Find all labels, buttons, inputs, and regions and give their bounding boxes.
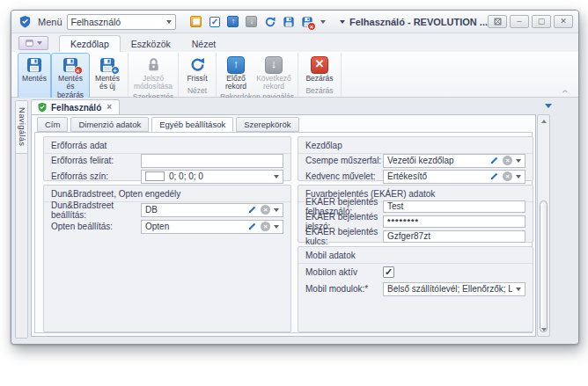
edit-pencil-icon[interactable] (247, 222, 257, 231)
ribbon-group-mentes: Mentés × Mentés és bezárás + Mentés és ú… (15, 53, 129, 97)
chevron-down-icon[interactable] (516, 175, 521, 178)
ekaer-felhasznalo-input[interactable]: Test (383, 200, 526, 213)
save-and-close-button[interactable]: × Mentés és bezárás (51, 53, 90, 100)
menu-search-combo[interactable]: Felhasználó (67, 14, 176, 30)
group-ekaer: Fuvarbejelentés (EKÁER) adatok EKÁER bej… (298, 185, 533, 243)
edit-pencil-icon[interactable] (489, 171, 499, 181)
field-label: Mobilon aktív (305, 267, 383, 277)
close-button[interactable]: ✕ (554, 15, 573, 28)
clear-icon[interactable]: × (503, 171, 512, 181)
clear-icon[interactable]: × (261, 222, 270, 231)
ribbon-group-bezaras: ✕ Bezárás Bezárás (298, 53, 342, 97)
edit-pencil-icon[interactable] (247, 205, 257, 215)
ribbon-group-nezet: Frissít Nézet (179, 53, 217, 97)
field-label: Erőforrás felirat: (51, 156, 141, 165)
group-title: Mobil adatok (298, 247, 533, 264)
document-tab-felhasznalo[interactable]: Felhasználó × (31, 99, 120, 114)
form-tab-bar: Cím Dimenzió adatok Egyéb beállítások Sz… (37, 118, 302, 132)
close-form-button[interactable]: ✕ Bezárás (301, 53, 338, 86)
save-icon[interactable] (282, 15, 296, 29)
group-title: Kezdőlap (298, 137, 533, 154)
field-label: Mobil modulok:* (305, 284, 383, 294)
previous-record-button[interactable]: ↑ Előző rekord (219, 53, 253, 92)
ribbon-group-label: Bezárás (301, 86, 338, 97)
document-card: Cím Dimenzió adatok Egyéb beállítások Sz… (31, 114, 536, 337)
close-x-icon: ✕ (311, 55, 329, 74)
color-swatch (145, 171, 165, 181)
field-label: Dun&Bradstreet beállítás: (51, 200, 141, 220)
navigation-tab[interactable]: Navigálás (16, 101, 27, 154)
tab-cim[interactable]: Cím (37, 117, 68, 132)
edit-pencil-icon[interactable] (489, 156, 499, 165)
chevron-down-icon[interactable] (274, 175, 279, 178)
ribbon-tab-kezdolap[interactable]: Kezdőlap (59, 35, 121, 52)
navigation-panel: Navigálás (15, 100, 28, 339)
save-icon (26, 55, 44, 74)
scrollbar-thumb[interactable] (540, 200, 548, 332)
clear-icon[interactable]: × (261, 205, 270, 215)
refresh-button[interactable]: Frissít (181, 53, 213, 86)
chevron-down-icon[interactable] (274, 225, 279, 229)
up-arrow-icon[interactable]: ↑ (226, 15, 240, 29)
down-arrow-icon: ↓ (265, 55, 283, 74)
lock-icon (144, 55, 163, 74)
field-label: Erőforrás szín: (51, 171, 141, 181)
ribbon: Mentés × Mentés és bezárás + Mentés és ú… (11, 52, 578, 98)
ribbon-tab-nezet[interactable]: Nézet (181, 36, 226, 52)
kedvenc-muvelet-lookup[interactable]: Értékesítő × (383, 170, 526, 184)
refresh-icon (188, 55, 207, 74)
down-arrow-icon[interactable]: ↓ (245, 15, 259, 29)
eroforras-felirat-input[interactable] (141, 154, 283, 168)
collapse-ribbon-icon[interactable] (561, 88, 570, 95)
file-menu-button[interactable] (18, 36, 48, 50)
window-title: Felhasználó - REVOLUTION ... (340, 17, 488, 27)
mobil-modulok-dropdown[interactable]: Belső szállítólevél; Ellenőrzők; Leltár;… (383, 282, 526, 296)
save-close-icon[interactable]: × (300, 15, 314, 29)
chevron-down-icon[interactable] (516, 159, 521, 163)
minimize-button[interactable]: – (510, 15, 529, 28)
scroll-up-icon[interactable] (538, 116, 549, 127)
maximize-button[interactable]: ▢ (532, 15, 551, 28)
group-mobil-adatok: Mobil adatok Mobilon aktív ✓ Mobil modul… (298, 246, 533, 332)
group-dunbradstreet-opten: Dun&Bradstreet, Opten engedély Dun&Brads… (43, 185, 291, 332)
tab-close-icon[interactable]: × (107, 103, 112, 112)
opten-beallitas-lookup[interactable]: Opten × (141, 220, 283, 234)
eroforras-szin-dropdown[interactable]: 0; 0; 0; 0 (141, 170, 283, 184)
dunbradstreet-beallitas-lookup[interactable]: DB × (141, 203, 283, 217)
clear-icon[interactable]: × (503, 156, 512, 165)
ribbon-group-navigalas: ↑ Előző rekord ↓ Következő rekord Rekord… (217, 53, 298, 97)
chevron-down-icon[interactable] (516, 288, 521, 291)
menu-combo-value: Felhasználó (71, 17, 166, 27)
tab-egyeb-beallitasok[interactable]: Egyéb beállítások (151, 117, 233, 132)
tab-list-dropdown-icon[interactable] (545, 104, 552, 108)
tab-szerepkorok[interactable]: Szerepkörök (236, 117, 298, 132)
document-tab-bar: Felhasználó × (31, 99, 552, 114)
title-caret-icon (340, 20, 345, 24)
save-button[interactable]: Mentés (18, 53, 51, 100)
chevron-down-icon[interactable] (274, 208, 279, 212)
change-password-button: Jelszó módosítása (131, 53, 175, 92)
next-record-button: ↓ Következő rekord (253, 53, 295, 92)
save-and-new-button[interactable]: + Mentés és új (90, 53, 125, 100)
ribbon-group-label: Nézet (181, 86, 213, 97)
qat-dropdown-caret[interactable] (320, 20, 326, 24)
checkbox-icon[interactable]: ✓ (208, 15, 222, 29)
csempe-muszerfal-lookup[interactable]: Vezetői kezdőlap × (383, 154, 526, 168)
layout-icon[interactable] (488, 15, 507, 28)
save-new-icon: + (99, 55, 117, 74)
tiles-icon[interactable]: ▦ (189, 15, 203, 29)
ribbon-tab-bar: Kezdőlap Eszközök Nézet (11, 33, 578, 52)
refresh-icon[interactable] (263, 15, 277, 29)
shield-icon (37, 102, 48, 113)
vertical-scrollbar[interactable] (537, 114, 550, 337)
mobilon-aktiv-checkbox[interactable]: ✓ (383, 266, 394, 278)
ribbon-tab-eszkozok[interactable]: Eszközök (121, 36, 181, 52)
chevron-down-icon[interactable] (166, 20, 172, 24)
up-arrow-icon: ↑ (227, 55, 246, 74)
tab-dimenzio-adatok[interactable]: Dimenzió adatok (70, 117, 149, 132)
ekaer-kulcs-input[interactable]: Gzfger87zt (383, 230, 526, 243)
scroll-down-icon[interactable] (538, 324, 549, 335)
ekaer-jelszo-input[interactable]: ******** (383, 215, 526, 228)
title-bar: Menü Felhasználó ▦ ✓ ↑ ↓ × Felhasználó -… (11, 11, 578, 33)
window-controls: – ▢ ✕ (488, 15, 573, 28)
